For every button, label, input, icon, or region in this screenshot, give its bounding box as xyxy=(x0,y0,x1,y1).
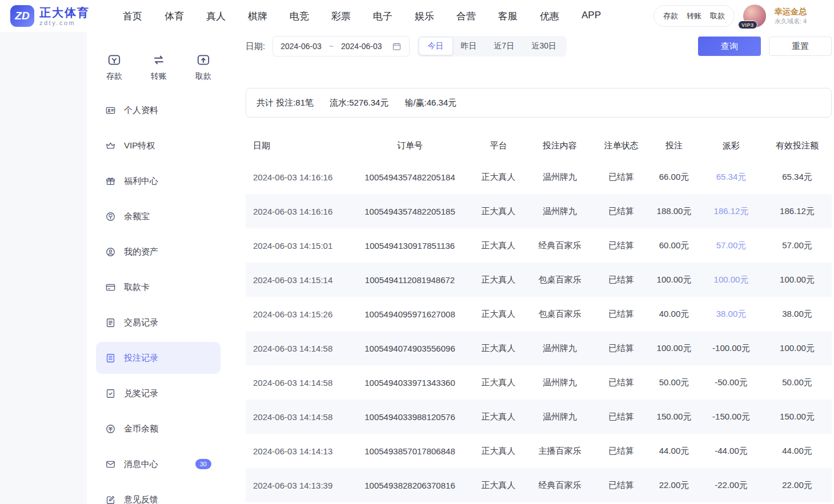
cell-date: 2024-06-03 14:14:58 xyxy=(246,412,348,422)
nav-item[interactable]: 棋牌 xyxy=(248,10,267,23)
quick-action-label: 存款 xyxy=(106,71,122,82)
nav-item[interactable]: 客服 xyxy=(498,10,518,23)
summary-turnover: 流水:5276.34元 xyxy=(330,98,388,108)
brand-text: 正大体育 zdty.com xyxy=(39,6,90,26)
cell-status: 已结算 xyxy=(594,206,648,217)
table-row: 2024-06-03 14:14:13 1005493857017806848 … xyxy=(246,434,832,468)
cell-status: 已结算 xyxy=(594,240,648,251)
nav-item[interactable]: APP xyxy=(582,10,601,23)
cell-payout: 186.12元 xyxy=(700,206,763,217)
brand-domain: zdty.com xyxy=(39,19,90,26)
nav-item[interactable]: 真人 xyxy=(206,10,226,23)
sidebar-menu: 个人资料 VIP特权 福利中心 余额宝 xyxy=(87,82,228,504)
calendar-icon[interactable] xyxy=(392,42,402,51)
sidebar-item[interactable]: 余额宝 xyxy=(96,200,220,232)
sidebar-item[interactable]: 福利中心 xyxy=(96,165,220,197)
sidebar-quick-actions: 存款 转账 取款 xyxy=(87,32,228,82)
cell-valid-bet: 50.00元 xyxy=(763,377,832,388)
sidebar-item[interactable]: 取款卡 xyxy=(96,271,220,303)
wallet-action-link[interactable]: 取款 xyxy=(710,11,725,21)
cell-order-number: 1005494357482205185 xyxy=(348,207,471,216)
cell-status: 已结算 xyxy=(594,275,648,285)
column-header: 投注内容 xyxy=(526,140,594,151)
quick-action[interactable]: 存款 xyxy=(106,53,122,82)
sidebar-item-label: VIP特权 xyxy=(124,140,155,151)
cell-status: 已结算 xyxy=(594,480,648,491)
nav-item[interactable]: 彩票 xyxy=(331,10,351,23)
sidebar-item-icon xyxy=(105,317,116,328)
cell-platform: 正大真人 xyxy=(471,206,526,217)
date-tab[interactable]: 近7日 xyxy=(486,38,523,55)
main-content: 日期: 2024-06-03 ~ 2024-06-03 今日 昨日 近7日 近3… xyxy=(228,32,834,504)
brand-name: 正大体育 xyxy=(39,6,90,19)
cell-status: 已结算 xyxy=(594,446,648,457)
avatar[interactable]: VIP3 xyxy=(743,5,766,27)
sidebar-item[interactable]: VIP特权 xyxy=(96,130,220,162)
cell-bet-amount: 44.00元 xyxy=(648,446,700,457)
date-tab[interactable]: 昨日 xyxy=(452,38,486,55)
sidebar-item-label: 金币余额 xyxy=(124,424,158,434)
date-range-separator: ~ xyxy=(329,42,334,51)
cell-status: 已结算 xyxy=(594,309,648,320)
cell-bet-content: 包桌百家乐 xyxy=(526,275,594,285)
date-range-picker[interactable]: 2024-06-03 ~ 2024-06-03 xyxy=(272,36,409,57)
user-info: 幸运金总 永久域名: 4 xyxy=(775,6,832,26)
nav-item[interactable]: 首页 xyxy=(123,10,142,23)
logo-icon: ZD xyxy=(10,5,34,27)
wallet-actions-pill: 存款 转账 取款 xyxy=(653,5,735,27)
cell-status: 已结算 xyxy=(594,412,648,422)
table-row: 2024-06-03 14:13:39 1005493828206370816 … xyxy=(246,468,832,502)
table-row: 2024-06-03 14:16:16 1005494357482205185 … xyxy=(246,194,832,228)
wallet-action-link[interactable]: 转账 xyxy=(687,11,701,21)
cell-bet-amount: 40.00元 xyxy=(648,309,700,320)
sidebar-item[interactable]: 兑奖记录 xyxy=(96,377,220,409)
sidebar-item[interactable]: 意见反馈 xyxy=(96,483,220,504)
cell-platform: 正大真人 xyxy=(471,480,526,491)
nav-item[interactable]: 优惠 xyxy=(540,10,559,23)
sidebar-item[interactable]: 我的资产 xyxy=(96,236,220,268)
sidebar: 存款 转账 取款 个人资料 VIP特权 xyxy=(87,32,228,504)
cell-payout: 38.00元 xyxy=(700,309,763,320)
cell-payout: -150.00元 xyxy=(700,412,763,422)
sidebar-item[interactable]: 个人资料 xyxy=(96,94,220,126)
cell-valid-bet: 44.00元 xyxy=(763,446,832,457)
nav-item[interactable]: 体育 xyxy=(165,10,184,23)
column-header: 有效投注额 xyxy=(763,140,832,151)
cell-platform: 正大真人 xyxy=(471,446,526,457)
nav-item[interactable]: 电子 xyxy=(373,10,392,23)
date-filter-label: 日期: xyxy=(246,41,265,52)
topbar-right: 存款 转账 取款 VIP3 幸运金总 永久域名: 4 xyxy=(653,5,832,27)
reset-button[interactable]: 重置 xyxy=(769,37,832,56)
sidebar-item-label: 我的资产 xyxy=(124,247,158,257)
sidebar-item[interactable]: 交易记录 xyxy=(96,307,220,338)
date-to-value[interactable]: 2024-06-03 xyxy=(341,42,382,51)
cell-bet-amount: 50.00元 xyxy=(648,377,700,388)
wallet-action-link[interactable]: 存款 xyxy=(663,11,678,21)
cell-platform: 正大真人 xyxy=(471,377,526,388)
sidebar-item[interactable]: 消息中心 30 xyxy=(96,448,220,480)
sidebar-item-label: 个人资料 xyxy=(124,105,158,116)
date-tab[interactable]: 今日 xyxy=(419,38,452,55)
sidebar-item[interactable]: 金币余额 xyxy=(96,413,220,445)
date-tab[interactable]: 近30日 xyxy=(523,38,565,55)
nav-item[interactable]: 合营 xyxy=(456,10,476,23)
sidebar-item-label: 意见反馈 xyxy=(124,494,158,504)
table-row: 2024-06-03 14:14:58 1005494033971343360 … xyxy=(246,365,832,400)
cell-order-number: 1005494130917851136 xyxy=(348,241,471,251)
query-button[interactable]: 查询 xyxy=(698,37,761,56)
cell-platform: 正大真人 xyxy=(471,309,526,320)
sidebar-item-icon xyxy=(105,353,116,364)
sidebar-item[interactable]: 投注记录 xyxy=(96,342,220,374)
cell-bet-amount: 66.00元 xyxy=(648,172,700,183)
date-from-value[interactable]: 2024-06-03 xyxy=(280,42,322,51)
sidebar-item-icon xyxy=(105,282,116,293)
table-row: 2024-06-03 14:15:01 1005494130917851136 … xyxy=(246,228,832,263)
cell-valid-bet: 57.00元 xyxy=(763,240,832,251)
main-nav: 首页 体育 真人 棋牌 电竞 彩票 电子 娱乐 合营 客服 优惠 APP xyxy=(123,10,601,23)
nav-item[interactable]: 电竞 xyxy=(290,10,309,23)
brand-logo[interactable]: ZD 正大体育 zdty.com xyxy=(0,5,90,27)
column-header: 订单号 xyxy=(348,140,471,151)
quick-action[interactable]: 取款 xyxy=(195,53,211,82)
nav-item[interactable]: 娱乐 xyxy=(415,10,434,23)
quick-action[interactable]: 转账 xyxy=(151,53,167,82)
